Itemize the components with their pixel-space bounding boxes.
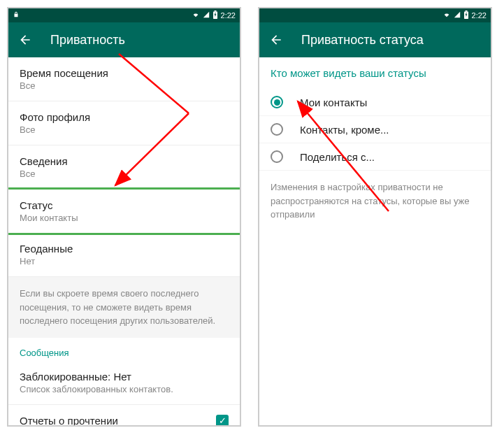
svg-rect-1 (214, 10, 216, 12)
checkbox-checked-icon[interactable]: ✓ (216, 415, 229, 426)
action-bar: Приватность статуса (259, 22, 491, 57)
signal-icon (454, 11, 461, 20)
wifi-icon (442, 11, 451, 20)
phone-screen-privacy: 2:22 Приватность Время посещения Все Фот… (7, 7, 241, 427)
radio-selected-icon (271, 96, 283, 108)
phone-screen-status-privacy: 2:22 Приватность статуса Кто может видет… (258, 7, 492, 427)
battery-icon (213, 10, 218, 20)
status-time: 2:22 (221, 11, 236, 20)
page-title: Приватность (50, 33, 125, 48)
option-my-contacts[interactable]: Мои контакты (259, 89, 491, 116)
radio-icon (271, 150, 283, 163)
option-share-with[interactable]: Поделиться с... (259, 143, 491, 171)
action-bar: Приватность (8, 22, 240, 57)
lock-icon (13, 11, 20, 20)
item-about[interactable]: Сведения Все (8, 145, 240, 190)
status-privacy-options: Кто может видеть ваши статусы Мои контак… (259, 57, 491, 425)
back-button[interactable] (17, 31, 34, 48)
signal-icon (203, 11, 210, 20)
item-geodata[interactable]: Геоданные Нет (8, 233, 240, 277)
svg-rect-6 (465, 10, 467, 12)
option-contacts-except[interactable]: Контакты, кроме... (259, 116, 491, 143)
status-bar: 2:22 (259, 8, 491, 22)
section-messages: Сообщения (8, 338, 240, 361)
item-status[interactable]: Статус Мои контакты (8, 187, 240, 235)
item-blocked[interactable]: Заблокированные: Нет Список заблокирован… (8, 361, 240, 405)
section-who-can-see: Кто может видеть ваши статусы (259, 57, 491, 89)
page-title: Приватность статуса (301, 33, 424, 48)
back-button[interactable] (268, 31, 285, 48)
info-text: Если вы скроете время своего последнего … (8, 277, 240, 338)
item-read-receipts[interactable]: Отчеты о прочтении ✓ (8, 405, 240, 426)
battery-icon (463, 10, 469, 20)
status-bar: 2:22 (8, 8, 240, 22)
hint-text: Изменения в настройках приватности не ра… (259, 171, 491, 231)
radio-icon (271, 123, 283, 136)
status-time: 2:22 (472, 11, 487, 20)
item-profile-photo[interactable]: Фото профиля Все (8, 101, 240, 145)
item-last-seen[interactable]: Время посещения Все (8, 57, 240, 101)
settings-list: Время посещения Все Фото профиля Все Све… (8, 57, 240, 425)
wifi-icon (192, 11, 200, 20)
